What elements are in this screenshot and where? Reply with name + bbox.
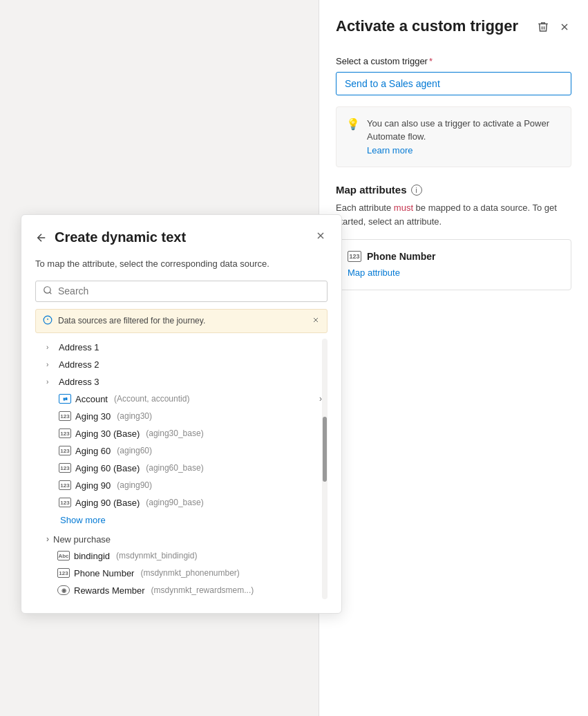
tree-item-address1[interactable]: ›Address 1: [35, 339, 328, 356]
section-header-new-purchase: ›New purchase: [35, 529, 328, 547]
info-box-content: You can also use a trigger to activate a…: [367, 117, 561, 158]
chevron-icon: ›: [46, 343, 55, 351]
num-icon: 123: [59, 446, 71, 455]
tree-item-rewardsmember[interactable]: ◉ Rewards Member (msdynmkt_rewardsmem...…: [35, 582, 328, 599]
section-chevron: ›: [46, 534, 49, 544]
scrollbar[interactable]: [322, 339, 328, 599]
close-button[interactable]: [558, 20, 571, 34]
svg-point-5: [44, 286, 50, 292]
filter-notice-text: Data sources are filtered for the journe…: [58, 316, 306, 326]
title-group: Create dynamic text: [35, 229, 186, 245]
chevron-icon: ›: [46, 378, 55, 386]
map-attribute-link[interactable]: Map attribute: [348, 267, 400, 278]
search-icon: [43, 285, 53, 297]
123-icon: 123: [57, 568, 70, 578]
trigger-field-label: Select a custom trigger*: [336, 56, 571, 66]
tree-item-account[interactable]: ⇄Account(Account, accountid)›: [35, 390, 328, 408]
num-icon: 123: [59, 463, 71, 473]
search-input[interactable]: [58, 285, 320, 296]
toggle-icon: ◉: [57, 585, 70, 595]
left-panel-desc: To map the attribute, select the corresp…: [35, 257, 328, 271]
tree-list: ›Address 1›Address 2›Address 3⇄Account(A…: [35, 339, 328, 599]
left-panel: Create dynamic text To map the attribute…: [21, 214, 342, 614]
filter-notice-close-button[interactable]: [312, 315, 320, 326]
tree-item-aging90[interactable]: 123Aging 90(aging90): [35, 477, 328, 494]
show-more-button[interactable]: Show more: [35, 511, 328, 529]
trigger-input[interactable]: [336, 72, 571, 95]
back-button[interactable]: [35, 232, 48, 244]
tree-item-aging60[interactable]: 123Aging 60(aging60): [35, 442, 328, 460]
map-attributes-desc: Each attribute must be mapped to a data …: [336, 201, 571, 228]
scrollbar-thumb: [323, 417, 327, 482]
bulb-icon: 💡: [346, 117, 360, 158]
attribute-card: 123 Phone Number Map attribute: [336, 239, 571, 290]
filter-notice: Data sources are filtered for the journe…: [35, 309, 328, 333]
map-attributes-title: Map attributes: [336, 184, 407, 196]
num-icon: 123: [59, 411, 71, 421]
tree-item-bindingid[interactable]: Abc bindingid (msdynmkt_bindingid): [35, 547, 328, 565]
chevron-icon: ›: [46, 361, 55, 368]
tree-item-aging30base[interactable]: 123Aging 30 (Base)(aging30_base): [35, 425, 328, 442]
tree-item-address3[interactable]: ›Address 3: [35, 373, 328, 390]
learn-more-link[interactable]: Learn more: [367, 145, 412, 156]
info-icon[interactable]: i: [411, 185, 422, 196]
tree-item-address2[interactable]: ›Address 2: [35, 356, 328, 373]
tree-item-aging90base[interactable]: 123Aging 90 (Base)(aging90_base): [35, 494, 328, 511]
left-panel-title: Create dynamic text: [55, 229, 186, 245]
attribute-name: Phone Number: [367, 251, 436, 262]
panel-actions: [535, 19, 571, 35]
tree-item-aging30[interactable]: 123Aging 30(aging30): [35, 408, 328, 425]
tree-item-aging60base[interactable]: 123Aging 60 (Base)(aging60_base): [35, 460, 328, 477]
num-icon: 123: [59, 428, 71, 438]
left-panel-header: Create dynamic text: [35, 229, 328, 246]
info-box: 💡 You can also use a trigger to activate…: [336, 106, 571, 168]
right-panel: Activate a custom trigger Select a custo…: [319, 0, 588, 716]
num-icon: 123: [59, 480, 71, 490]
attribute-card-header: 123 Phone Number: [348, 251, 560, 262]
panel-title: Activate a custom trigger: [336, 17, 527, 37]
num-icon: 123: [59, 498, 71, 507]
right-panel-header: Activate a custom trigger: [336, 17, 571, 37]
link-icon: ⇄: [59, 394, 71, 404]
left-panel-close-button[interactable]: [314, 229, 328, 246]
filter-notice-icon: [43, 315, 53, 327]
delete-button[interactable]: [535, 19, 551, 35]
svg-line-6: [50, 292, 52, 294]
attr-icon-123: 123: [348, 251, 361, 262]
abc-icon: Abc: [57, 551, 70, 560]
map-attributes-header: Map attributes i: [336, 184, 571, 196]
tree-item-phonenumber[interactable]: 123 Phone Number (msdynmkt_phonenumber): [35, 565, 328, 582]
search-box: [35, 281, 328, 302]
